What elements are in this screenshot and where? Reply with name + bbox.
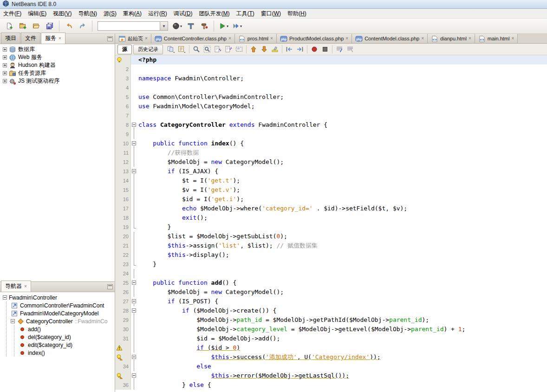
menu-item[interactable]: 调试(D) [170, 8, 196, 19]
code-text[interactable]: $this->success('添加成功', U('Category/index… [137, 353, 547, 362]
close-tab-icon[interactable]: × [270, 36, 273, 41]
code-line[interactable]: if ($id > 0) [115, 343, 547, 353]
tree-item-method[interactable]: add() [16, 325, 115, 333]
code-line[interactable]: 9 [115, 130, 547, 139]
diff-dropdown-button[interactable] [166, 45, 176, 54]
close-tab-icon[interactable]: × [345, 36, 348, 41]
close-tab-icon[interactable]: × [145, 36, 148, 41]
code-text[interactable]: } else { [137, 380, 547, 390]
code-text[interactable]: echo $ModelObj->where('category_id=' . $… [137, 204, 547, 213]
fold-toggle[interactable] [131, 297, 137, 306]
code-line[interactable]: 19 } [115, 222, 547, 232]
line-number[interactable]: 13 [115, 167, 131, 176]
code-line[interactable]: 4 [115, 83, 547, 92]
tree-item-method[interactable]: edit($category_id) [16, 341, 115, 349]
tree-item-class[interactable]: CategoryController::FwadminCo [8, 317, 115, 325]
minimize-panel-button[interactable] [107, 36, 113, 41]
code-line[interactable]: 18 exit(); [115, 213, 547, 222]
menu-item[interactable]: 团队开发(M) [195, 8, 233, 19]
line-number[interactable]: 25 [115, 278, 131, 287]
line-number[interactable]: 6 [115, 102, 131, 111]
line-number[interactable]: 8 [115, 120, 131, 130]
code-text[interactable] [137, 130, 547, 139]
code-text[interactable]: $this->error($ModelObj->getLastSql()); [137, 371, 547, 380]
save-all-button[interactable] [43, 20, 56, 32]
fold-toggle[interactable] [131, 139, 137, 148]
code-text[interactable]: if ($id > 0) [137, 343, 547, 353]
select-rectangle-button[interactable] [234, 45, 244, 54]
code-text[interactable]: if (IS_AJAX) { [137, 167, 547, 176]
code-line[interactable]: 15 $v = I('get.v'); [115, 185, 547, 195]
code-line[interactable]: 23 } [115, 260, 547, 269]
database-dropdown-button[interactable]: ▾ [171, 20, 183, 32]
code-area[interactable]: <?php23namespace Fwadmin\Controller;45us… [115, 55, 547, 392]
find-previous-button[interactable] [213, 45, 223, 54]
code-line[interactable]: 12 $ModelObj = new CategoryModel(); [115, 157, 547, 167]
panel-tab-服务[interactable]: 服务× [41, 33, 65, 44]
line-number[interactable]: 26 [115, 287, 131, 297]
redo-button[interactable] [76, 20, 89, 32]
expand-icon[interactable] [3, 71, 7, 75]
menu-item[interactable]: 编辑(E) [25, 8, 50, 19]
code-line[interactable]: 3namespace Fwadmin\Controller; [115, 74, 547, 83]
code-text[interactable]: public function index() { [137, 139, 547, 148]
doc-tab[interactable]: phpContentController.class.php× [151, 34, 235, 43]
new-file-button[interactable] [3, 20, 15, 32]
line-number[interactable]: 4 [115, 83, 131, 92]
close-icon[interactable]: × [59, 36, 61, 41]
config-combobox[interactable]: ▼ [98, 21, 168, 31]
code-text[interactable]: else [137, 362, 547, 371]
line-number[interactable] [115, 343, 131, 353]
fold-toggle[interactable] [131, 120, 137, 130]
line-number[interactable]: 3 [115, 74, 131, 83]
expand-icon[interactable] [3, 63, 7, 67]
code-line[interactable]: 11 //获得数据 [115, 148, 547, 157]
open-project-button[interactable] [30, 20, 42, 32]
code-text[interactable]: } [137, 260, 547, 269]
tree-item[interactable]: Web 服务 [0, 53, 115, 61]
code-line[interactable]: 24 [115, 269, 547, 278]
uncomment-button[interactable] [345, 45, 355, 54]
code-text[interactable] [137, 111, 547, 120]
doc-tab[interactable]: phpProductModel.class.php× [277, 34, 352, 43]
code-line[interactable]: 31 $id = $ModelObj->add(); [115, 334, 547, 343]
close-tab-icon[interactable]: × [469, 36, 471, 41]
code-line[interactable]: 14 $t = I('get.t'); [115, 176, 547, 185]
tree-item[interactable]: Fwadmin\Model\CategoryModel [8, 309, 115, 317]
fold-toggle[interactable] [131, 278, 137, 287]
code-line[interactable]: 27 if (IS_POST) { [115, 297, 547, 306]
code-text[interactable]: use Fwadmin\Model\CategoryModel; [137, 102, 547, 111]
code-text[interactable]: $ModelObj->category_level = $ModelObj->g… [137, 325, 547, 334]
code-text[interactable]: $id = I('get.i'); [137, 195, 547, 204]
line-number[interactable]: 22 [115, 250, 131, 260]
debug-button[interactable]: ▾ [231, 20, 243, 32]
undo-button[interactable] [63, 20, 75, 32]
menu-item[interactable]: 源(S) [100, 8, 120, 19]
doc-tab[interactable]: phpContentModel.class.php× [352, 34, 428, 43]
line-number[interactable]: 5 [115, 92, 131, 102]
expand-icon[interactable] [3, 55, 7, 59]
tree-item-method[interactable]: del($category_id) [16, 333, 115, 341]
clean-build-button[interactable] [184, 20, 197, 32]
fold-toggle[interactable] [131, 371, 137, 380]
close-tab-icon[interactable]: × [228, 36, 231, 41]
close-icon[interactable]: × [24, 284, 27, 289]
titlebar[interactable]: NetBeans IDE 8.0 [0, 0, 547, 9]
code-text[interactable]: exit(); [137, 213, 547, 222]
inspect-dropdown-button[interactable] [177, 45, 187, 54]
code-text[interactable]: use Common\Controller\FwadminController; [137, 92, 547, 102]
line-number[interactable]: 15 [115, 185, 131, 195]
line-number[interactable]: 12 [115, 157, 131, 167]
code-line[interactable]: 6use Fwadmin\Model\CategoryModel; [115, 102, 547, 111]
build-project-button[interactable] [198, 20, 210, 32]
find-button[interactable] [191, 45, 202, 54]
line-number[interactable]: 31 [115, 334, 131, 343]
code-text[interactable]: } [137, 222, 547, 232]
code-text[interactable]: $ModelObj->path_id = $ModelObj->getPathI… [137, 315, 547, 325]
code-line[interactable]: <?php [115, 55, 547, 65]
line-number[interactable]: 36 [115, 380, 131, 390]
code-text[interactable]: $v = I('get.v'); [137, 185, 547, 195]
shift-line-right-button[interactable] [295, 45, 305, 54]
find-next-button[interactable] [223, 45, 234, 54]
code-line[interactable]: 29 $ModelObj->path_id = $ModelObj->getPa… [115, 315, 547, 325]
